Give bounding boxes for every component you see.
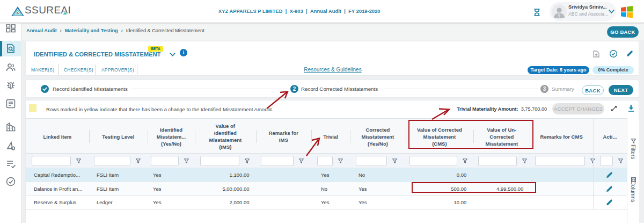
- svg-text:i: i: [183, 50, 185, 55]
